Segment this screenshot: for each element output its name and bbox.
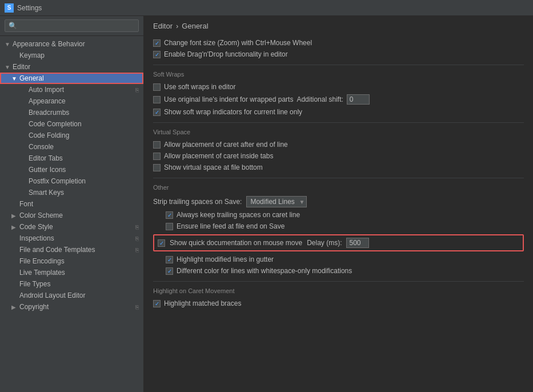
highlight-caret-label: Highlight on Caret Movement (153, 287, 524, 294)
checkbox-row-enable-dragndrop: Enable Drag'n'Drop functionality in edit… (153, 49, 524, 60)
delay-input[interactable] (346, 238, 369, 248)
sidebar-label-code-style: Code Style (19, 223, 53, 231)
sidebar-item-appearance-behavior[interactable]: ▼Appearance & Behavior (0, 38, 143, 50)
sidebar-item-color-scheme[interactable]: ▶Color Scheme (0, 210, 143, 221)
arrow-icon-copyright: ▶ (11, 304, 17, 310)
sidebar-item-general[interactable]: ▼General (0, 73, 143, 84)
checkbox-row-use-original-indent: Use original line's indent for wrapped p… (153, 93, 524, 106)
sidebar-item-auto-import[interactable]: Auto Import⎘ (0, 84, 143, 95)
checkbox-highlight-modified[interactable] (166, 256, 173, 263)
arrow-icon-editor: ▼ (5, 64, 10, 70)
checkbox-label-enable-dragndrop: Enable Drag'n'Drop functionality in edit… (164, 50, 288, 58)
copy-icon-auto-import: ⎘ (135, 87, 139, 93)
content-area: Editor › General Change font size (Zoom)… (144, 16, 533, 392)
checkbox-label-allow-caret-end: Allow placement of caret after end of li… (164, 141, 288, 149)
sidebar-item-postfix-completion[interactable]: Postfix Completion (0, 175, 143, 187)
checkbox-row-highlight-modified: Highlight modified lines in gutter (153, 254, 524, 265)
sidebar-item-file-code-templates[interactable]: File and Code Templates⎘ (0, 244, 143, 255)
copy-icon-file-code-templates: ⎘ (135, 247, 139, 253)
window-title: Settings (17, 4, 42, 12)
checkbox-label-show-virtual-space: Show virtual space at file bottom (164, 163, 263, 171)
sidebar-item-file-encodings[interactable]: File Encodings (0, 255, 143, 267)
sidebar-item-code-style[interactable]: ▶Code Style⎘ (0, 221, 143, 233)
strip-trailing-row: Strip trailing spaces on Save: Modified … (153, 194, 524, 209)
sidebar-item-keymap[interactable]: Keymap (0, 50, 143, 61)
checkbox-use-soft-wraps[interactable] (153, 83, 161, 91)
checkbox-enable-dragndrop[interactable] (153, 51, 161, 58)
checkbox-label-different-color: Different color for lines with whitespac… (177, 267, 352, 275)
highlight-caret-section: Highlight on Caret Movement Highlight ma… (153, 287, 524, 309)
checkbox-always-trailing[interactable] (166, 211, 173, 219)
checkbox-change-font-size[interactable] (153, 39, 161, 47)
strip-trailing-label: Strip trailing spaces on Save: (153, 198, 242, 206)
copy-icon-code-style: ⎘ (135, 224, 139, 230)
sidebar-label-file-code-templates: File and Code Templates (19, 246, 95, 254)
sidebar-item-inspections[interactable]: Inspections⎘ (0, 233, 143, 244)
checkbox-label-use-soft-wraps: Use soft wraps in editor (164, 83, 235, 91)
sidebar-item-copyright[interactable]: ▶Copyright⎘ (0, 301, 143, 313)
checkbox-row-show-virtual-space: Show virtual space at file bottom (153, 162, 524, 173)
sidebar-item-smart-keys[interactable]: Smart Keys (0, 187, 143, 198)
app-icon: S (5, 3, 14, 13)
checkbox-row-change-font-size: Change font size (Zoom) with Ctrl+Mouse … (153, 37, 524, 49)
delay-label: Delay (ms): (307, 239, 342, 247)
checkbox-show-soft-wrap-indicators[interactable] (153, 109, 161, 116)
search-input[interactable] (5, 19, 139, 32)
sidebar-item-console[interactable]: Console (0, 141, 143, 153)
checkbox-label-show-quick-doc: Show quick documentation on mouse move (170, 239, 302, 247)
strip-trailing-dropdown[interactable]: Modified LinesNoneAll (246, 196, 307, 207)
checkbox-label-use-original-indent: Use original line's indent for wrapped p… (164, 95, 293, 103)
checkbox-label-always-trailing: Always keep trailing spaces on caret lin… (177, 211, 300, 219)
sidebar-item-code-folding[interactable]: Code Folding (0, 130, 143, 141)
arrow-icon-color-scheme: ▶ (11, 213, 17, 219)
sidebar-item-android-layout-editor[interactable]: Android Layout Editor (0, 290, 143, 301)
checkbox-label-allow-caret-inside-tabs: Allow placement of caret inside tabs (164, 152, 273, 160)
inline-label-use-original-indent: Additional shift: (296, 95, 343, 103)
sidebar-tree: ▼Appearance & BehaviorKeymap▼Editor▼Gene… (0, 36, 143, 392)
checkbox-show-virtual-space[interactable] (153, 164, 161, 171)
checkbox-different-color[interactable] (166, 267, 173, 275)
search-box (0, 16, 143, 36)
other-section: Other Strip trailing spaces on Save: Mod… (153, 184, 524, 277)
sidebar-label-auto-import: Auto Import (29, 86, 64, 94)
checkbox-label-change-font-size: Change font size (Zoom) with Ctrl+Mouse … (164, 39, 312, 47)
sidebar-label-file-types: File Types (19, 280, 50, 288)
sidebar-label-file-encodings: File Encodings (19, 257, 65, 265)
sidebar-item-editor[interactable]: ▼Editor (0, 61, 143, 73)
checkbox-label-ensure-line-feed: Ensure line feed at file end on Save (177, 222, 284, 230)
sidebar-item-live-templates[interactable]: Live Templates (0, 267, 143, 278)
sidebar-item-breadcrumbs[interactable]: Breadcrumbs (0, 107, 143, 118)
checkbox-allow-caret-end[interactable] (153, 141, 161, 149)
soft-wraps-section: Soft Wraps Use soft wraps in editorUse o… (153, 71, 524, 118)
checkbox-row-different-color: Different color for lines with whitespac… (153, 265, 524, 277)
checkbox-row-highlight-matched: Highlight matched braces (153, 298, 524, 309)
sidebar-item-editor-tabs[interactable]: Editor Tabs (0, 153, 143, 164)
sidebar-label-editor: Editor (13, 63, 30, 71)
checkbox-ensure-line-feed[interactable] (166, 223, 173, 230)
sidebar-label-keymap: Keymap (19, 51, 45, 59)
checkbox-row-ensure-line-feed: Ensure line feed at file end on Save (153, 221, 524, 232)
sidebar-label-inspections: Inspections (19, 234, 54, 242)
sidebar-item-font[interactable]: Font (0, 198, 143, 210)
sidebar-item-code-completion[interactable]: Code Completion (0, 118, 143, 130)
sidebar-label-editor-tabs: Editor Tabs (29, 154, 63, 162)
checkbox-label-highlight-modified: Highlight modified lines in gutter (177, 255, 274, 263)
sidebar-label-smart-keys: Smart Keys (29, 189, 64, 197)
sidebar-item-appearance[interactable]: Appearance (0, 95, 143, 107)
checkbox-row-always-trailing: Always keep trailing spaces on caret lin… (153, 209, 524, 221)
checkbox-show-quick-doc[interactable] (158, 239, 165, 247)
sidebar-label-code-completion: Code Completion (29, 120, 82, 128)
sidebar-item-gutter-icons[interactable]: Gutter Icons (0, 164, 143, 175)
checkbox-allow-caret-inside-tabs[interactable] (153, 153, 161, 160)
breadcrumb-part1: Editor (153, 22, 173, 30)
checkbox-row-allow-caret-end: Allow placement of caret after end of li… (153, 139, 524, 150)
checkbox-highlight-matched[interactable] (153, 300, 161, 307)
dropdown-wrapper: Modified LinesNoneAll ▼ (246, 196, 307, 207)
virtual-space-section: Virtual Space Allow placement of caret a… (153, 129, 524, 173)
checkbox-use-original-indent[interactable] (153, 96, 161, 103)
sidebar-item-file-types[interactable]: File Types (0, 278, 143, 290)
checkbox-label-highlight-matched: Highlight matched braces (164, 299, 241, 307)
sidebar-label-appearance: Appearance (29, 97, 66, 105)
sidebar-label-breadcrumbs: Breadcrumbs (29, 109, 69, 117)
inline-input-use-original-indent[interactable] (347, 94, 370, 105)
